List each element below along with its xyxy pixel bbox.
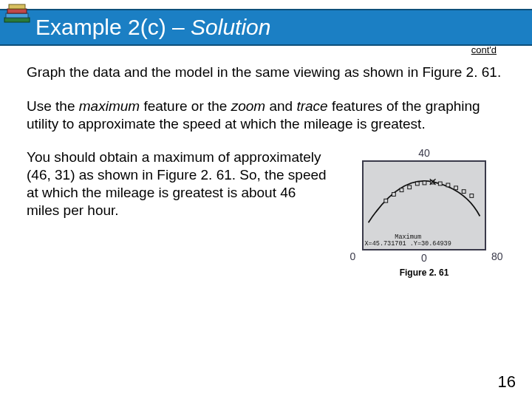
title-plain: Example 2(c) – [35,15,191,39]
svg-rect-13 [454,186,457,190]
figure-caption: Figure 2. 61 [343,267,505,279]
svg-rect-7 [407,185,411,189]
title-italic: Solution [191,15,270,39]
svg-rect-8 [415,182,419,185]
axis-x-left: 0 [350,250,356,264]
axis-x-right: 80 [491,250,503,264]
calculator-screen: 40 0 80 0 [349,149,500,263]
books-icon [3,3,33,28]
page-title: Example 2(c) – Solution [35,15,271,39]
svg-rect-3 [9,4,25,9]
svg-rect-9 [423,181,426,185]
paragraph-2: Use the maximum feature or the zoom and … [27,98,505,133]
data-points [383,180,473,202]
svg-rect-1 [6,13,28,18]
calculator-readout: Maximum X=45.731701 .Y=30.64939 [365,234,451,248]
svg-rect-14 [462,190,466,194]
row-3: You should obtain a maximum of approxima… [27,149,505,279]
content-area: Graph the data and the model in the same… [0,50,532,279]
paragraph-1: Graph the data and the model in the same… [27,64,505,81]
p2-i3: trace [296,98,327,114]
readout-line2: X=45.731701 .Y=30.64939 [365,241,451,248]
axis-y-top: 40 [418,147,430,160]
svg-rect-15 [469,194,473,198]
title-bar: Example 2(c) – Solution [0,9,532,46]
contd-label: cont'd [471,44,497,55]
svg-rect-6 [400,188,403,192]
p2-b: feature or the [140,98,231,114]
svg-rect-5 [392,193,395,197]
svg-rect-0 [4,18,30,22]
svg-rect-11 [438,182,442,185]
p2-i1: maximum [79,98,140,114]
p2-a: Use the [27,98,79,114]
figure-2-61: 40 0 80 0 [343,149,505,279]
paragraph-3: You should obtain a maximum of approxima… [27,149,330,219]
p2-c: and [265,98,296,114]
p2-i2: zoom [231,98,265,114]
screen-inner: Maximum X=45.731701 .Y=30.64939 [362,160,486,250]
page-number: 16 [498,372,516,392]
svg-rect-12 [446,183,449,187]
svg-rect-4 [383,200,387,203]
axis-y-bottom: 0 [421,252,427,265]
svg-rect-2 [7,9,27,13]
